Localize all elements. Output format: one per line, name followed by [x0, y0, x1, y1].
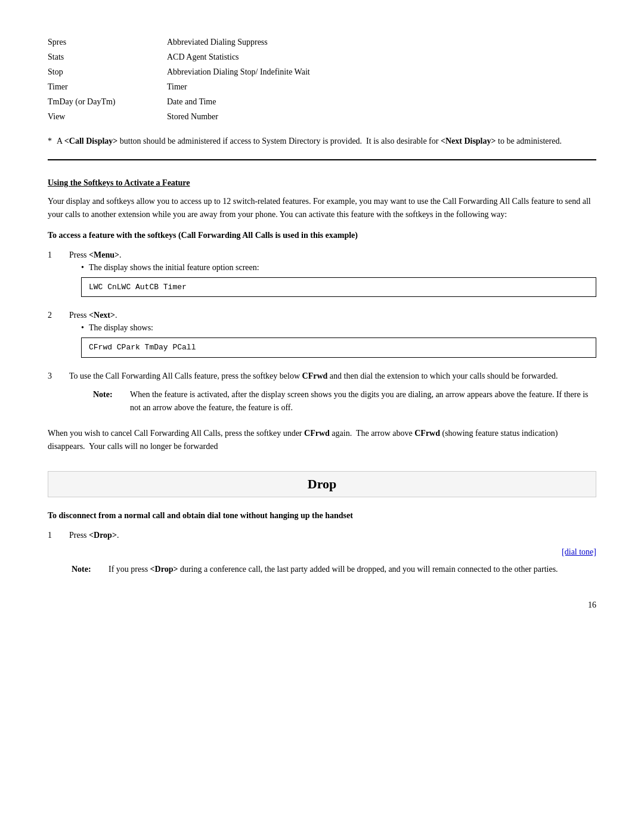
step-2-number: 2: [48, 309, 60, 364]
step-2-bullet-text: The display shows:: [89, 321, 153, 334]
drop-section: To disconnect from a normal call and obt…: [48, 509, 596, 576]
drop-note-bold: <Drop>: [150, 565, 178, 574]
next-display-bold: <Next Display>: [441, 137, 496, 145]
table-row: TmDay (or DayTm) Date and Time: [48, 95, 596, 108]
step-1-number: 1: [48, 249, 60, 304]
menu-bold: <Menu>: [89, 250, 119, 259]
drop-step-1-number: 1: [48, 529, 60, 541]
step-2-content: Press <Next>. • The display shows: CFrwd…: [69, 309, 596, 364]
cfwd-bold-3: CFrwd: [414, 429, 440, 438]
drop-note-content: If you press <Drop> during a conference …: [109, 563, 596, 576]
note-1: Note: When the feature is activated, aft…: [93, 388, 596, 415]
horizontal-rule: [48, 159, 596, 160]
softkeys-section: Using the Softkeys to Activate a Feature…: [48, 178, 596, 453]
drop-note-label: Note:: [72, 563, 101, 576]
cfwd-bold-1: CFrwd: [302, 371, 328, 380]
bullet-dot: •: [81, 321, 84, 334]
table-cell-left: Spres: [48, 36, 167, 48]
dial-tone-link[interactable]: [dial tone]: [48, 547, 596, 557]
table-cell-right: Stored Number: [167, 110, 596, 123]
table-cell-left: TmDay (or DayTm): [48, 95, 167, 108]
closing-paragraph: When you wish to cancel Call Forwarding …: [48, 427, 596, 454]
step-1-content: Press <Menu>. • The display shows the in…: [69, 249, 596, 304]
drop-bold-heading: To disconnect from a normal call and obt…: [48, 509, 596, 522]
footnote-text: A <Call Display> button should be admini…: [57, 135, 596, 147]
step-1-bullet: • The display shows the initial feature …: [81, 261, 596, 274]
step-1: 1 Press <Menu>. • The display shows the …: [48, 249, 596, 304]
dial-tone-container: [dial tone]: [48, 547, 596, 557]
softkeys-bold-heading: To access a feature with the softkeys (C…: [48, 229, 596, 241]
step-3: 3 To use the Call Forwarding All Calls f…: [48, 370, 596, 421]
table-cell-right: ACD Agent Statistics: [167, 51, 596, 63]
step-3-text-1: To use the Call Forwarding All Calls fea…: [69, 371, 302, 380]
softkeys-body-text: Your display and softkeys allow you to a…: [48, 195, 596, 222]
drop-heading: Drop: [308, 476, 337, 491]
drop-step-1-content: Press <Drop>.: [69, 529, 596, 541]
table-cell-left: Stop: [48, 66, 167, 78]
next-bold: <Next>: [89, 311, 115, 320]
bullet-dot: •: [81, 261, 84, 274]
table-row: Timer Timer: [48, 80, 596, 93]
abbreviations-table: Spres Abbreviated Dialing Suppress Stats…: [48, 36, 596, 123]
drop-bold: <Drop>: [89, 531, 117, 540]
step-2: 2 Press <Next>. • The display shows: CFr…: [48, 309, 596, 364]
step-3-content: To use the Call Forwarding All Calls fea…: [69, 370, 596, 421]
page-number: 16: [48, 600, 596, 610]
footnote: * A <Call Display> button should be admi…: [48, 135, 596, 147]
table-row: Stop Abbreviation Dialing Stop/ Indefini…: [48, 66, 596, 78]
note-1-label: Note:: [93, 388, 123, 415]
softkeys-section-heading: Using the Softkeys to Activate a Feature: [48, 178, 596, 188]
code-display-1: LWC CnLWC AutCB Timer: [81, 277, 596, 298]
table-row: Stats ACD Agent Statistics: [48, 51, 596, 63]
cfwd-bold-2: CFrwd: [304, 429, 330, 438]
step-1-bullet-text: The display shows the initial feature op…: [89, 261, 259, 274]
table-row: Spres Abbreviated Dialing Suppress: [48, 36, 596, 48]
table-cell-left: View: [48, 110, 167, 123]
step-3-number: 3: [48, 370, 60, 421]
call-display-bold: <Call Display>: [64, 137, 117, 145]
table-cell-right: Abbreviated Dialing Suppress: [167, 36, 596, 48]
table-row: View Stored Number: [48, 110, 596, 123]
note-1-content: When the feature is activated, after the…: [130, 388, 596, 415]
step-3-text-2: and then dial the extension to which you…: [327, 371, 558, 380]
table-cell-right: Abbreviation Dialing Stop/ Indefinite Wa…: [167, 66, 596, 78]
drop-section-header: Drop: [48, 471, 596, 497]
table-cell-right: Date and Time: [167, 95, 596, 108]
footnote-star: *: [48, 135, 52, 147]
table-cell-right: Timer: [167, 80, 596, 93]
code-display-2: CFrwd CPark TmDay PCall: [81, 337, 596, 358]
drop-note: Note: If you press <Drop> during a confe…: [72, 563, 596, 576]
table-cell-left: Timer: [48, 80, 167, 93]
table-cell-left: Stats: [48, 51, 167, 63]
step-2-bullet: • The display shows:: [81, 321, 596, 334]
drop-step-1: 1 Press <Drop>.: [48, 529, 596, 541]
